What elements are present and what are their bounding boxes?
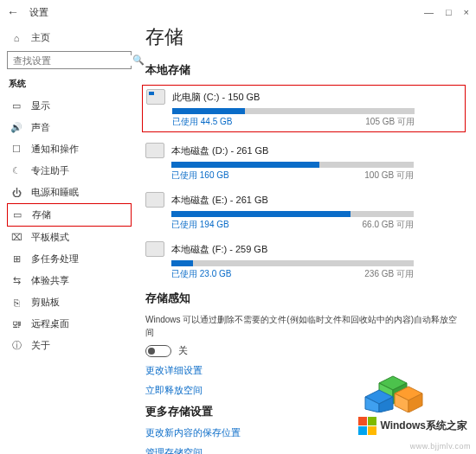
nav-label: 关于 [31,339,50,352]
used-label: 已使用 44.5 GB [172,116,232,128]
nav-icon: ⇆ [10,275,23,286]
nav-icon: ☾ [10,165,23,176]
nav-icon: ☐ [10,144,23,155]
titlebar: ← 设置 — □ × [0,0,476,24]
nav-icon: ⊞ [10,253,23,265]
sidebar-item-2[interactable]: ☐通知和操作 [7,138,132,160]
storage-sense-heading: 存储感知 [145,291,462,306]
nav-label: 通知和操作 [31,143,79,156]
link-free-space[interactable]: 立即释放空间 [145,384,462,397]
nav-label: 专注助手 [31,164,69,177]
page-title: 存储 [145,24,462,50]
content-area: 存储 本地存储 此电脑 (C:) - 150 GB 已使用 44.5 GB 10… [138,24,476,454]
nav-label: 平板模式 [31,231,69,244]
sidebar-item-7[interactable]: ⊞多任务处理 [7,248,132,270]
storage-sense-desc: Windows 可以通过删除不需要的文件(例如临时文件和回收站中的内容)自动释放… [145,313,462,339]
used-label: 已使用 160 GB [171,169,229,182]
usage-bar [172,108,415,114]
sidebar-item-9[interactable]: ⎘剪贴板 [7,291,132,313]
minimize-button[interactable]: — [424,7,434,17]
back-arrow-icon[interactable]: ← [7,5,19,19]
nav-icon: ▭ [10,100,23,112]
sidebar-item-0[interactable]: ▭显示 [7,95,132,117]
sidebar-item-11[interactable]: ⓘ关于 [7,335,132,356]
link-change-detail[interactable]: 更改详细设置 [145,364,462,377]
nav-label: 体验共享 [31,274,69,287]
home-icon: ⌂ [10,33,23,43]
nav-label: 远程桌面 [31,317,69,330]
close-button[interactable]: × [464,7,469,17]
usage-bar [171,211,414,217]
free-label: 66.0 GB 可用 [363,219,414,231]
sidebar-item-6[interactable]: ⌧平板模式 [7,227,132,248]
nav-icon: 🔊 [10,122,23,133]
storage-sense-toggle[interactable] [145,345,171,357]
sidebar-item-10[interactable]: 🖳远程桌面 [7,313,132,335]
drive-2[interactable]: 本地磁盘 (E:) - 261 GB 已使用 194 GB 66.0 GB 可用 [145,192,462,231]
nav-icon: ⎘ [10,297,23,308]
used-label: 已使用 194 GB [171,219,229,231]
drive-icon [145,143,164,158]
nav-label: 显示 [31,99,50,112]
sidebar-item-3[interactable]: ☾专注助手 [7,160,132,182]
drive-name: 本地磁盘 (F:) - 259 GB [171,243,267,256]
window-title: 设置 [29,6,48,19]
drive-0[interactable]: 此电脑 (C:) - 150 GB 已使用 44.5 GB 105 GB 可用 [142,85,466,132]
search-input[interactable]: 🔍 [7,51,132,69]
nav-label: 电源和睡眠 [31,186,79,199]
brand-overlay: Windows系统之家 [357,415,469,437]
free-label: 100 GB 可用 [364,169,414,182]
nav-label: 多任务处理 [31,253,79,265]
drive-name: 此电脑 (C:) - 150 GB [172,91,260,104]
drive-icon [146,89,165,105]
sidebar: ⌂ 主页 🔍 系统 ▭显示🔊声音☐通知和操作☾专注助手⏻电源和睡眠▭存储⌧平板模… [0,24,138,454]
usage-bar [171,162,414,168]
nav-label: 声音 [31,121,50,134]
used-label: 已使用 23.0 GB [171,268,231,280]
watermark: www.bjjmlv.com [410,442,471,451]
nav-icon: ⏻ [10,188,23,198]
usage-bar [171,260,414,266]
free-label: 236 GB 可用 [364,268,414,280]
free-label: 105 GB 可用 [365,116,415,128]
drive-1[interactable]: 本地磁盘 (D:) - 261 GB 已使用 160 GB 100 GB 可用 [145,143,462,182]
search-field[interactable] [13,55,132,66]
toggle-label: 关 [178,344,188,357]
drive-icon [145,241,164,257]
sidebar-item-1[interactable]: 🔊声音 [7,117,132,138]
drive-name: 本地磁盘 (D:) - 261 GB [171,144,268,157]
sidebar-item-5[interactable]: ▭存储 [7,203,132,227]
drive-name: 本地磁盘 (E:) - 261 GB [171,194,268,207]
nav-label: 剪贴板 [31,296,60,309]
windows-logo-icon [358,417,376,435]
local-storage-heading: 本地存储 [145,62,462,78]
nav-icon: ⌧ [10,232,23,243]
sidebar-home[interactable]: ⌂ 主页 [7,28,132,51]
nav-label: 存储 [32,208,51,221]
drive-3[interactable]: 本地磁盘 (F:) - 259 GB 已使用 23.0 GB 236 GB 可用 [145,241,462,280]
sidebar-item-8[interactable]: ⇆体验共享 [7,270,132,291]
sidebar-item-4[interactable]: ⏻电源和睡眠 [7,182,132,203]
nav-icon: 🖳 [10,319,23,329]
sidebar-section-label: 系统 [9,78,132,90]
brand-text: Windows系统之家 [380,419,467,433]
home-label: 主页 [31,31,50,44]
drive-icon [145,192,164,208]
nav-icon: ▭ [11,209,23,221]
maximize-button[interactable]: □ [446,7,452,17]
nav-icon: ⓘ [10,339,23,352]
